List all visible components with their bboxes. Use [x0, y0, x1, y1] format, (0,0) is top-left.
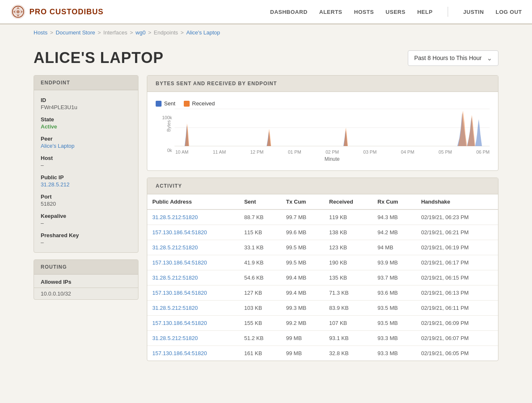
nav-hosts[interactable]: HOSTS [354, 9, 374, 15]
activity-table-body: 31.28.5.212:51820 88.7 KB 99.7 MB 119 KB… [147, 209, 498, 361]
main-content: ENDPOINT ID FWr4PLE3U1u State Active Pee… [0, 71, 532, 378]
cell-address[interactable]: 157.130.186.54:51820 [147, 346, 239, 361]
table-row: 31.28.5.212:51820 103 KB 99.3 MB 83.9 KB… [147, 301, 498, 316]
nav-alerts[interactable]: ALERTS [319, 9, 342, 15]
cell-handshake: 02/19/21, 06:17 PM [416, 255, 498, 270]
cell-address[interactable]: 157.130.186.54:51820 [147, 316, 239, 331]
cell-tx-cum: 99.7 MB [281, 209, 324, 225]
cell-tx-cum: 99.5 MB [281, 255, 324, 270]
allowed-ip-item: 10.0.0.10/32 [34, 288, 138, 299]
cell-received: 123 KB [324, 240, 373, 255]
nav-help[interactable]: HELP [417, 9, 433, 15]
y-label-100k: 100k [162, 115, 172, 120]
cell-rx-cum: 93.3 MB [373, 346, 416, 361]
breadcrumb-sep-2: > [98, 29, 101, 36]
breadcrumb-interfaces: Interfaces [103, 29, 127, 36]
cell-address[interactable]: 31.28.5.212:51820 [147, 331, 239, 346]
cell-address[interactable]: 31.28.5.212:51820 [147, 270, 239, 285]
x-label-4pm: 04 PM [401, 149, 415, 154]
activity-section-header: ACTIVITY [147, 178, 498, 194]
endpoint-port-row: Port 51820 [41, 194, 131, 207]
breadcrumb-wg0[interactable]: wg0 [136, 29, 146, 36]
chart-y-title: Bytes [166, 120, 171, 132]
breadcrumb-hosts[interactable]: Hosts [34, 29, 47, 36]
cell-handshake: 02/19/21, 06:11 PM [416, 301, 498, 316]
cell-handshake: 02/19/21, 06:15 PM [416, 270, 498, 285]
nav-users[interactable]: USERS [386, 9, 405, 15]
breadcrumb-endpoints: Endpoints [154, 29, 178, 36]
cell-rx-cum: 94 MB [373, 240, 416, 255]
legend-received: Received [184, 100, 215, 107]
col-rx-cum: Rx Cum [373, 194, 416, 209]
endpoint-id-row: ID FWr4PLE3U1u [41, 97, 131, 110]
cell-address[interactable]: 31.28.5.212:51820 [147, 301, 239, 316]
col-received: Received [324, 194, 373, 209]
nav-logout[interactable]: LOG OUT [495, 9, 522, 15]
cell-sent: 51.2 KB [239, 331, 281, 346]
cell-received: 138 KB [324, 225, 373, 240]
cell-address[interactable]: 31.28.5.212:51820 [147, 240, 239, 255]
endpoint-state-row: State Active [41, 116, 131, 130]
table-row: 157.130.186.54:51820 127 KB 99.4 MB 71.3… [147, 285, 498, 301]
time-selector-label: Past 8 Hours to This Hour [414, 55, 482, 61]
allowed-ips-label: Allowed IPs [34, 275, 138, 288]
cell-sent: 54.6 KB [239, 270, 281, 285]
endpoint-host-label: Host [41, 155, 131, 161]
cell-rx-cum: 93.3 MB [373, 331, 416, 346]
cell-sent: 127 KB [239, 285, 281, 301]
cell-tx-cum: 99 MB [281, 331, 324, 346]
legend-received-label: Received [192, 100, 215, 107]
cell-rx-cum: 93.9 MB [373, 255, 416, 270]
chart-x-axis-label: Minute [175, 156, 490, 162]
endpoint-card: ENDPOINT ID FWr4PLE3U1u State Active Pee… [34, 75, 138, 253]
nav-justin[interactable]: JUSTIN [463, 9, 484, 15]
table-row: 31.28.5.212:51820 88.7 KB 99.7 MB 119 KB… [147, 209, 498, 225]
legend-sent: Sent [156, 100, 175, 107]
cell-received: 190 KB [324, 255, 373, 270]
table-row: 157.130.186.54:51820 115 KB 99.6 MB 138 … [147, 225, 498, 240]
cell-rx-cum: 93.7 MB [373, 270, 416, 285]
col-handshake: Handshake [416, 194, 498, 209]
logo[interactable]: PRO CUSTODIBUS [10, 4, 104, 20]
table-row: 157.130.186.54:51820 41.9 KB 99.5 MB 190… [147, 255, 498, 270]
cell-tx-cum: 99 MB [281, 346, 324, 361]
legend-sent-label: Sent [164, 100, 175, 107]
svg-marker-9 [267, 129, 271, 146]
table-row: 157.130.186.54:51820 155 KB 99.2 MB 107 … [147, 316, 498, 331]
x-label-5pm: 05 PM [438, 149, 452, 154]
endpoint-card-header: ENDPOINT [34, 76, 138, 90]
chart-y-axis: 100k 0k [156, 115, 175, 153]
time-selector[interactable]: Past 8 Hours to This Hour ⌄ [408, 50, 498, 66]
cell-rx-cum: 94.2 MB [373, 225, 416, 240]
breadcrumb-document-store[interactable]: Document Store [56, 29, 95, 36]
logo-icon [10, 4, 26, 20]
cell-received: 32.8 KB [324, 346, 373, 361]
cell-address[interactable]: 31.28.5.212:51820 [147, 209, 239, 225]
endpoint-public-ip-value[interactable]: 31.28.5.212 [41, 181, 131, 188]
nav-dashboard[interactable]: DASHBOARD [270, 9, 308, 15]
cell-handshake: 02/19/21, 06:09 PM [416, 316, 498, 331]
chart-container: 100k 0k Bytes [156, 112, 490, 162]
activity-table-wrapper: Public Address Sent Tx Cum Received Rx C… [147, 194, 498, 361]
top-navigation: PRO CUSTODIBUS DASHBOARD ALERTS HOSTS US… [0, 0, 532, 24]
breadcrumb-current: Alice's Laptop [186, 29, 220, 36]
endpoint-preshared-key-value: – [41, 239, 131, 246]
cell-address[interactable]: 157.130.186.54:51820 [147, 255, 239, 270]
activity-table-head: Public Address Sent Tx Cum Received Rx C… [147, 194, 498, 209]
activity-table-header-row: Public Address Sent Tx Cum Received Rx C… [147, 194, 498, 209]
table-row: 31.28.5.212:51820 54.6 KB 99.4 MB 135 KB… [147, 270, 498, 285]
logo-text: PRO CUSTODIBUS [29, 8, 104, 16]
cell-tx-cum: 99.2 MB [281, 316, 324, 331]
endpoint-peer-value[interactable]: Alice's Laptop [41, 143, 131, 149]
cell-handshake: 02/19/21, 06:23 PM [416, 209, 498, 225]
col-public-address: Public Address [147, 194, 239, 209]
nav-divider [448, 7, 448, 17]
breadcrumb: Hosts > Document Store > Interfaces > wg… [0, 24, 532, 41]
endpoint-peer-row: Peer Alice's Laptop [41, 136, 131, 149]
cell-address[interactable]: 157.130.186.54:51820 [147, 285, 239, 301]
endpoint-host-row: Host – [41, 155, 131, 168]
cell-address[interactable]: 157.130.186.54:51820 [147, 225, 239, 240]
cell-handshake: 02/19/21, 06:19 PM [416, 240, 498, 255]
endpoint-id-label: ID [41, 97, 131, 103]
cell-tx-cum: 99.4 MB [281, 285, 324, 301]
